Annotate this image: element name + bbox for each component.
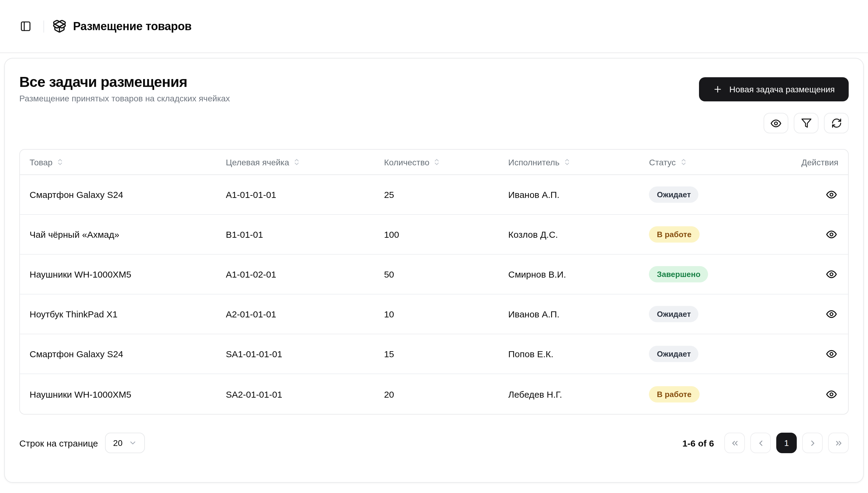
chevrons-left-icon	[730, 439, 739, 448]
sort-icon	[433, 158, 441, 166]
rows-per-page-label: Строк на странице	[19, 438, 98, 448]
view-task-button[interactable]	[825, 307, 839, 321]
column-header-target-cell[interactable]: Целевая ячейка	[216, 157, 374, 167]
table-row: Ноутбук ThinkPad X1 A2-01-01-01 10 Ивано…	[20, 295, 848, 335]
cell-target-cell: A1-01-01-01	[216, 190, 374, 200]
product-name: Ноутбук ThinkPad X1	[29, 309, 118, 320]
column-header-quantity[interactable]: Количество	[374, 157, 499, 167]
executor-name: Иванов А.П.	[508, 309, 559, 320]
cell-executor: Попов Е.К.	[499, 349, 639, 359]
executor-name: Смирнов В.И.	[508, 270, 566, 280]
view-task-button[interactable]	[825, 347, 839, 361]
cell-target-cell: A2-01-01-01	[216, 309, 374, 320]
cell-actions	[793, 347, 848, 361]
view-task-button[interactable]	[825, 387, 839, 401]
sort-icon	[679, 158, 687, 166]
eye-icon	[826, 269, 837, 280]
cell-status: Ожидает	[639, 346, 793, 362]
view-task-button[interactable]	[825, 228, 839, 242]
quantity-value: 10	[384, 309, 394, 320]
prev-page-button[interactable]	[750, 433, 771, 453]
executor-name: Лебедев Н.Г.	[508, 389, 562, 400]
quantity-value: 20	[384, 389, 394, 400]
range-text: 1-6 of 6	[682, 438, 714, 448]
tasks-card: Все задачи размещения Размещение приняты…	[4, 58, 864, 483]
eye-icon	[826, 389, 837, 400]
target-cell-code: SA2-01-01-01	[226, 389, 282, 400]
table-toolbar	[19, 113, 849, 134]
filter-button[interactable]	[794, 113, 819, 134]
page-number-button[interactable]: 1	[776, 433, 797, 453]
page-title: Все задачи размещения	[19, 73, 230, 91]
sidebar-toggle-button[interactable]	[16, 17, 35, 36]
cell-executor: Смирнов В.И.	[499, 270, 639, 280]
rows-per-page: Строк на странице 20	[19, 433, 145, 453]
rows-per-page-select[interactable]: 20	[105, 433, 145, 453]
cell-product: Наушники WH-1000XM5	[20, 389, 216, 400]
cell-target-cell: SA2-01-01-01	[216, 389, 374, 400]
first-page-button[interactable]	[724, 433, 745, 453]
cell-quantity: 50	[374, 270, 499, 280]
product-name: Наушники WH-1000XM5	[29, 389, 131, 400]
sort-icon	[563, 158, 571, 166]
cell-actions	[793, 228, 848, 242]
cell-executor: Козлов Д.С.	[499, 230, 639, 240]
next-page-button[interactable]	[802, 433, 823, 453]
refresh-icon	[831, 118, 842, 129]
status-badge: В работе	[649, 386, 699, 403]
cell-status: Ожидает	[639, 306, 793, 323]
panel-left-icon	[20, 21, 31, 32]
card-heading: Все задачи размещения Размещение приняты…	[19, 73, 230, 104]
view-task-button[interactable]	[825, 188, 839, 202]
column-header-product[interactable]: Товар	[20, 157, 216, 167]
target-cell-code: A1-01-02-01	[226, 270, 276, 280]
cell-actions	[793, 307, 848, 321]
page-body: Все задачи размещения Размещение приняты…	[0, 53, 868, 488]
pagination-bar: Строк на странице 20 1-6 of 6 1	[19, 433, 849, 453]
column-header-executor[interactable]: Исполнитель	[499, 157, 639, 167]
eye-icon	[826, 189, 837, 201]
pager-controls: 1-6 of 6 1	[682, 433, 849, 453]
column-label: Исполнитель	[508, 157, 559, 167]
column-label: Действия	[801, 157, 839, 167]
chevron-right-icon	[808, 439, 817, 448]
eye-icon	[826, 229, 837, 240]
chevron-left-icon	[756, 439, 765, 448]
product-name: Чай чёрный «Ахмад»	[29, 230, 119, 240]
refresh-button[interactable]	[824, 113, 849, 134]
column-visibility-button[interactable]	[764, 113, 788, 134]
last-page-button[interactable]	[828, 433, 849, 453]
target-cell-code: B1-01-01	[226, 230, 263, 240]
column-header-actions: Действия	[793, 157, 848, 167]
status-badge: Ожидает	[649, 306, 698, 323]
quantity-value: 15	[384, 349, 394, 359]
sort-icon	[56, 158, 64, 166]
status-badge: В работе	[649, 227, 699, 243]
cell-quantity: 15	[374, 349, 499, 359]
table-header-row: Товар Целевая ячейка Количество Исполнит…	[20, 150, 848, 175]
product-name: Наушники WH-1000XM5	[29, 270, 131, 280]
rows-per-page-value: 20	[113, 438, 123, 448]
status-badge: Ожидает	[649, 187, 698, 203]
target-cell-code: A1-01-01-01	[226, 190, 276, 200]
page-subtitle: Размещение принятых товаров на складских…	[19, 94, 230, 104]
app-title: Размещение товаров	[73, 20, 192, 33]
sort-icon	[293, 158, 301, 166]
view-task-button[interactable]	[825, 267, 839, 281]
page-breadcrumb: Размещение товаров	[52, 19, 192, 33]
eye-icon	[826, 348, 837, 360]
cell-product: Ноутбук ThinkPad X1	[20, 309, 216, 320]
column-label: Статус	[649, 157, 676, 167]
new-task-button[interactable]: Новая задача размещения	[699, 77, 849, 101]
product-name: Смартфон Galaxy S24	[29, 190, 123, 200]
table-row: Чай чёрный «Ахмад» B1-01-01 100 Козлов Д…	[20, 215, 848, 255]
cell-quantity: 20	[374, 389, 499, 400]
column-header-status[interactable]: Статус	[639, 157, 793, 167]
cell-product: Смартфон Galaxy S24	[20, 349, 216, 359]
cell-quantity: 25	[374, 190, 499, 200]
cell-executor: Иванов А.П.	[499, 190, 639, 200]
cell-status: В работе	[639, 386, 793, 403]
eye-icon	[826, 309, 837, 320]
eye-icon	[770, 118, 782, 129]
column-label: Целевая ячейка	[226, 157, 289, 167]
